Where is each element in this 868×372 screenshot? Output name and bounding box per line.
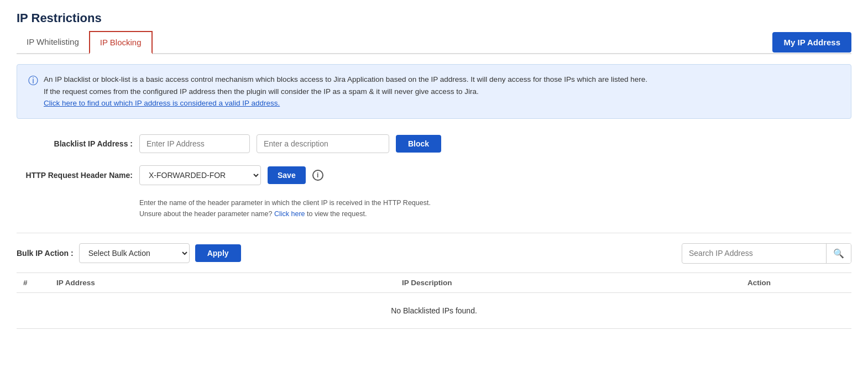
bulk-ip-action-section: Bulk IP Action : Select Bulk Action Appl… (17, 233, 851, 273)
info-text: An IP blacklist or block-list is a basic… (44, 74, 647, 109)
apply-button[interactable]: Apply (195, 244, 241, 262)
info-icon: ⓘ (28, 74, 38, 87)
tabs-container: IP Whitelisting IP Blocking My IP Addres… (17, 31, 851, 54)
ip-address-input[interactable] (139, 134, 250, 153)
helper-text-line2: Unsure about the header parameter name? … (139, 208, 846, 219)
tab-whitelisting[interactable]: IP Whitelisting (17, 32, 89, 54)
col-header-action: Action (741, 279, 851, 287)
helper-text-unsure: Unsure about the header parameter name? (139, 210, 272, 218)
search-ip-input[interactable] (682, 244, 826, 262)
http-header-select[interactable]: X-FORWARDED-FOR REMOTE_ADDR HTTP_X_FORWA… (139, 165, 261, 185)
search-button[interactable]: 🔍 (826, 244, 851, 263)
description-input[interactable] (257, 134, 389, 153)
bulk-action-select[interactable]: Select Bulk Action (79, 243, 190, 263)
search-wrapper: 🔍 (682, 243, 851, 264)
page-title: IP Restrictions (17, 11, 851, 25)
search-icon: 🔍 (833, 249, 844, 258)
blacklist-ip-row: Blacklist IP Address : Block (22, 134, 846, 153)
info-box: ⓘ An IP blacklist or block-list is a bas… (17, 64, 851, 119)
table-empty-message: No Blacklisted IPs found. (17, 293, 851, 329)
block-button[interactable]: Block (396, 135, 441, 153)
http-header-label: HTTP Request Header Name: (22, 171, 133, 180)
helper-text-line1: Enter the name of the header parameter i… (139, 197, 846, 208)
col-header-desc: IP Description (395, 279, 741, 287)
helper-text-view: to view the request. (307, 210, 367, 218)
http-header-row: HTTP Request Header Name: X-FORWARDED-FO… (22, 165, 846, 185)
helper-click-here-link[interactable]: Click here (274, 210, 305, 218)
bulk-ip-label: Bulk IP Action : (17, 249, 74, 258)
col-header-hash: # (17, 279, 50, 287)
ip-table: # IP Address IP Description Action No Bl… (17, 273, 851, 329)
tabs-left: IP Whitelisting IP Blocking (17, 31, 153, 53)
tab-blocking[interactable]: IP Blocking (89, 31, 153, 54)
info-text-line1: An IP blacklist or block-list is a basic… (44, 75, 647, 83)
info-text-line2: If the request comes from the configured… (44, 87, 479, 96)
form-section: Blacklist IP Address : Block HTTP Reques… (17, 134, 851, 219)
save-button[interactable]: Save (268, 166, 306, 184)
my-ip-address-button[interactable]: My IP Address (772, 32, 851, 53)
col-header-ip: IP Address (50, 279, 395, 287)
helper-text-container: Enter the name of the header parameter i… (139, 197, 846, 219)
blacklist-ip-label: Blacklist IP Address : (22, 139, 133, 148)
info-circle-icon: i (312, 170, 323, 181)
table-header-row: # IP Address IP Description Action (17, 273, 851, 293)
info-valid-ip-link[interactable]: Click here to find out which IP address … (44, 99, 280, 107)
